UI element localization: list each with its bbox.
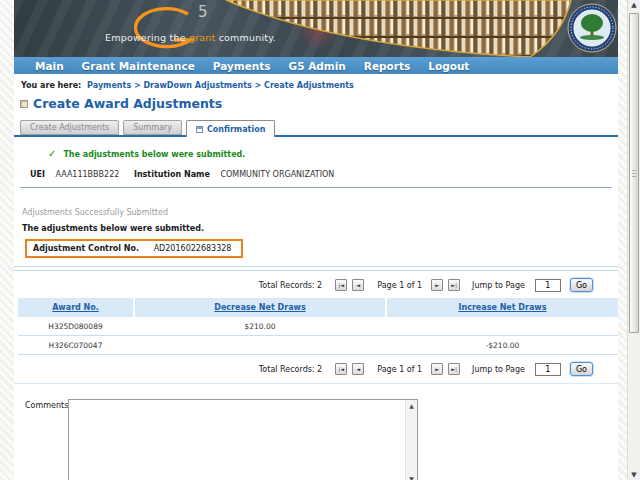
tab-create-adjustments[interactable]: Create Adjustments xyxy=(20,120,119,135)
total-records: Total Records: 2 xyxy=(259,281,322,290)
tagline-highlight: grant xyxy=(189,32,216,43)
uei-label: UEI xyxy=(30,170,45,179)
tagline-prefix: Empowering the xyxy=(105,32,189,43)
decrease-net-draws-cell: $210.00 xyxy=(135,322,385,331)
divider xyxy=(14,266,618,267)
nav-item-main[interactable]: Main xyxy=(35,60,64,72)
institution-name-value: COMMUNITY ORGANIZATION xyxy=(220,170,334,179)
last-page-button[interactable]: ►| xyxy=(448,363,460,375)
column-header-increase-net-draws[interactable]: Increase Net Draws xyxy=(387,298,618,317)
comments-section: Comments ▲ ▼ xyxy=(14,399,618,480)
adjustment-control-value: AD2016022683328 xyxy=(154,244,232,253)
institution-details: UEI AAA111BBB222 Institution Name COMMUN… xyxy=(30,170,618,179)
breadcrumb-prefix: You are here: xyxy=(21,81,81,90)
breadcrumb: You are here: Payments > DrawDown Adjust… xyxy=(21,81,618,90)
page-indicator: Page 1 of 1 xyxy=(377,365,422,374)
control-number-row: Adjustment Control No. AD2016022683328 xyxy=(25,236,618,258)
section-icon xyxy=(20,100,28,108)
nav-item-reports[interactable]: Reports xyxy=(364,60,410,72)
check-icon: ✓ xyxy=(48,149,56,159)
nav-item-logout[interactable]: Logout xyxy=(428,60,469,72)
scroll-up-icon[interactable]: ▲ xyxy=(628,1,640,9)
first-page-button[interactable]: |◄ xyxy=(335,279,347,291)
scroll-up-icon[interactable]: ▲ xyxy=(409,402,414,409)
next-page-button[interactable]: ► xyxy=(431,363,443,375)
divider xyxy=(14,383,618,384)
page-content: 5 Empowering the grant community. Main G… xyxy=(14,0,618,480)
first-page-button[interactable]: |◄ xyxy=(335,363,347,375)
jump-to-page-input[interactable] xyxy=(535,363,561,376)
table-row: H326C070047 -$210.00 xyxy=(18,336,618,355)
breadcrumb-path[interactable]: Payments > DrawDown Adjustments > Create… xyxy=(87,81,354,90)
success-message: ✓ The adjustments below were submitted. xyxy=(48,149,618,159)
pagination-top: Total Records: 2 |◄ ◄ Page 1 of 1 ► ►| J… xyxy=(14,274,618,296)
adjustments-table: Award No. Decrease Net Draws Increase Ne… xyxy=(18,298,618,355)
nav-item-g5-admin[interactable]: G5 Admin xyxy=(289,60,346,72)
nav-item-payments[interactable]: Payments xyxy=(213,60,271,72)
tab-underline xyxy=(14,135,618,137)
next-page-button[interactable]: ► xyxy=(431,279,443,291)
go-button[interactable]: Go xyxy=(570,278,593,292)
table-header-row: Award No. Decrease Net Draws Increase Ne… xyxy=(18,298,618,317)
institution-name-label: Institution Name xyxy=(134,170,210,179)
prev-page-button[interactable]: ◄ xyxy=(352,279,364,291)
tagline-suffix: community. xyxy=(215,32,275,43)
page-indicator: Page 1 of 1 xyxy=(377,281,422,290)
award-no-cell: H325D080089 xyxy=(18,322,133,331)
go-button[interactable]: Go xyxy=(570,362,593,376)
page-title: Create Award Adjustments xyxy=(33,96,222,111)
adjustment-control-box: Adjustment Control No. AD2016022683328 xyxy=(25,239,243,258)
column-header-award-no[interactable]: Award No. xyxy=(18,298,133,317)
scrollbar-thumb[interactable] xyxy=(629,13,639,333)
success-message-text: The adjustments below were submitted. xyxy=(63,150,245,159)
tab-confirmation-label: Confirmation xyxy=(207,125,265,134)
nav-item-grant-maintenance[interactable]: Grant Maintenance xyxy=(82,60,195,72)
award-no-cell: H326C070047 xyxy=(18,341,133,350)
tagline: Empowering the grant community. xyxy=(105,32,276,43)
pagination-bottom: Total Records: 2 |◄ ◄ Page 1 of 1 ► ►| J… xyxy=(14,358,618,380)
department-of-education-seal-icon xyxy=(567,3,617,53)
status-text: Adjustments Successfully Submitted xyxy=(22,208,618,217)
page-scrollbar[interactable]: ▲ ▼ xyxy=(627,0,640,480)
prev-page-button[interactable]: ◄ xyxy=(352,363,364,375)
jump-to-page-label: Jump to Page xyxy=(472,365,525,374)
scroll-down-icon[interactable]: ▼ xyxy=(409,475,414,480)
comments-input[interactable] xyxy=(69,400,405,480)
comments-label: Comments xyxy=(25,399,68,410)
increase-net-draws-cell: -$210.00 xyxy=(387,341,618,350)
title-row: Create Award Adjustments xyxy=(20,96,618,111)
submitted-text: The adjustments below were submitted. xyxy=(22,224,618,233)
comments-field-wrap: ▲ ▼ xyxy=(68,399,418,480)
jump-to-page-label: Jump to Page xyxy=(472,281,525,290)
g5-logo-icon xyxy=(126,5,208,51)
form-icon xyxy=(196,126,203,133)
divider xyxy=(20,187,612,188)
divider xyxy=(14,270,618,271)
scroll-down-icon[interactable]: ▼ xyxy=(628,471,640,479)
column-header-decrease-net-draws[interactable]: Decrease Net Draws xyxy=(135,298,385,317)
jump-to-page-input[interactable] xyxy=(535,279,561,292)
bookshelf-image xyxy=(14,0,618,57)
banner: 5 Empowering the grant community. xyxy=(14,0,618,57)
scrollbar-grip xyxy=(632,170,636,178)
table-row: H325D080089 $210.00 xyxy=(18,317,618,336)
tab-summary[interactable]: Summary xyxy=(123,120,182,135)
textarea-scrollbar[interactable]: ▲ ▼ xyxy=(405,400,417,480)
total-records: Total Records: 2 xyxy=(259,365,322,374)
tab-bar: Create Adjustments Summary Confirmation xyxy=(20,120,618,135)
uei-value: AAA111BBB222 xyxy=(55,170,119,179)
g5-logo-five: 5 xyxy=(198,3,208,21)
main-nav: Main Grant Maintenance Payments G5 Admin… xyxy=(14,57,618,74)
last-page-button[interactable]: ►| xyxy=(448,279,460,291)
tab-confirmation[interactable]: Confirmation xyxy=(186,120,275,137)
adjustment-control-label: Adjustment Control No. xyxy=(33,244,139,253)
